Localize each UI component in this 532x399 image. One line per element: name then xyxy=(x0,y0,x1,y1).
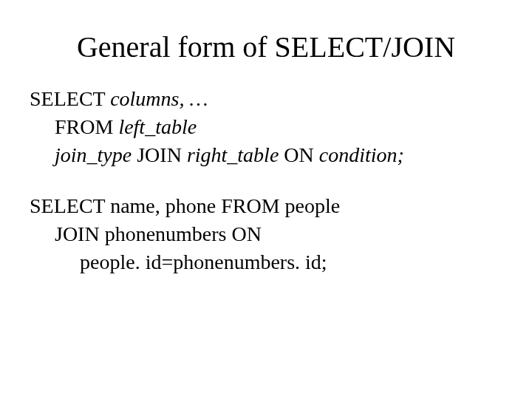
placeholder-columns: columns, … xyxy=(110,87,208,110)
kw-from: FROM xyxy=(55,115,118,138)
slide-body: SELECT columns, … FROM left_table join_t… xyxy=(30,85,502,276)
kw-select: SELECT xyxy=(30,87,110,110)
example-line-3: people. id=phonenumbers. id; xyxy=(30,248,502,276)
placeholder-left-table: left_table xyxy=(118,115,197,138)
syntax-line-3: join_type JOIN right_table ON condition; xyxy=(30,141,502,169)
syntax-block: SELECT columns, … FROM left_table join_t… xyxy=(30,85,502,168)
slide: General form of SELECT/JOIN SELECT colum… xyxy=(0,0,532,399)
slide-title: General form of SELECT/JOIN xyxy=(30,30,502,64)
placeholder-join-type: join_type xyxy=(55,143,132,166)
example-line-1: SELECT name, phone FROM people xyxy=(30,192,502,220)
example-line-2: JOIN phonenumbers ON xyxy=(30,220,502,248)
kw-on: ON xyxy=(279,143,318,166)
syntax-line-1: SELECT columns, … xyxy=(30,85,502,113)
kw-join: JOIN xyxy=(132,143,187,166)
syntax-line-2: FROM left_table xyxy=(30,113,502,141)
placeholder-right-table: right_table xyxy=(187,143,279,166)
example-block: SELECT name, phone FROM people JOIN phon… xyxy=(30,192,502,276)
placeholder-condition: condition; xyxy=(319,143,404,166)
